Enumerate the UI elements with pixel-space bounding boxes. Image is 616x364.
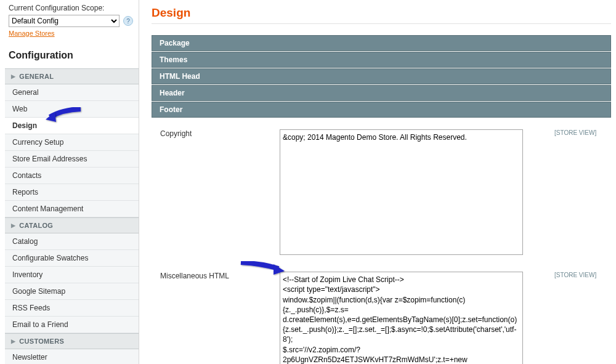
manage-stores-link[interactable]: Manage Stores <box>9 30 55 37</box>
nav-item-design[interactable]: Design <box>5 118 139 134</box>
nav-item-store-email[interactable]: Store Email Addresses <box>5 151 139 168</box>
help-icon[interactable]: ? <box>123 16 133 26</box>
misc-scope: [STORE VIEW] <box>549 268 611 364</box>
copyright-scope: [STORE VIEW] <box>549 126 611 261</box>
nav-item-swatches[interactable]: Configurable Swatches <box>5 250 139 267</box>
scope-label: Current Configuration Scope: <box>9 4 139 12</box>
nav-item-contacts[interactable]: Contacts <box>5 168 139 184</box>
section-footer[interactable]: Footer <box>152 102 611 118</box>
section-header[interactable]: Header <box>152 85 611 101</box>
nav-item-email-friend[interactable]: Email to a Friend <box>5 317 139 333</box>
nav-item-general[interactable]: General <box>5 84 139 101</box>
section-html-head[interactable]: HTML Head <box>152 68 611 84</box>
nav-item-inventory[interactable]: Inventory <box>5 267 139 283</box>
copyright-textarea[interactable] <box>280 129 523 255</box>
nav-header-customers[interactable]: ▶CUSTOMERS <box>5 333 139 349</box>
copyright-label: Copyright <box>152 126 275 261</box>
misc-html-textarea[interactable] <box>280 272 523 364</box>
nav-item-web[interactable]: Web <box>5 101 139 118</box>
config-title: Configuration <box>9 50 139 61</box>
nav-item-newsletter[interactable]: Newsletter <box>5 349 139 364</box>
nav-item-reports[interactable]: Reports <box>5 184 139 201</box>
nav-item-sitemap[interactable]: Google Sitemap <box>5 283 139 300</box>
nav-item-currency[interactable]: Currency Setup <box>5 134 139 151</box>
section-package[interactable]: Package <box>152 35 611 51</box>
section-themes[interactable]: Themes <box>152 52 611 68</box>
nav-header-catalog[interactable]: ▶CATALOG <box>5 217 139 233</box>
page-title: Design <box>152 6 611 24</box>
scope-select[interactable]: Default Config <box>9 15 120 27</box>
nav-item-rss[interactable]: RSS Feeds <box>5 300 139 317</box>
nav-item-catalog[interactable]: Catalog <box>5 233 139 250</box>
misc-html-label: Miscellaneous HTML <box>152 268 275 364</box>
nav-item-content-mgmt[interactable]: Content Management <box>5 201 139 217</box>
nav-header-general[interactable]: ▶GENERAL <box>5 68 139 84</box>
